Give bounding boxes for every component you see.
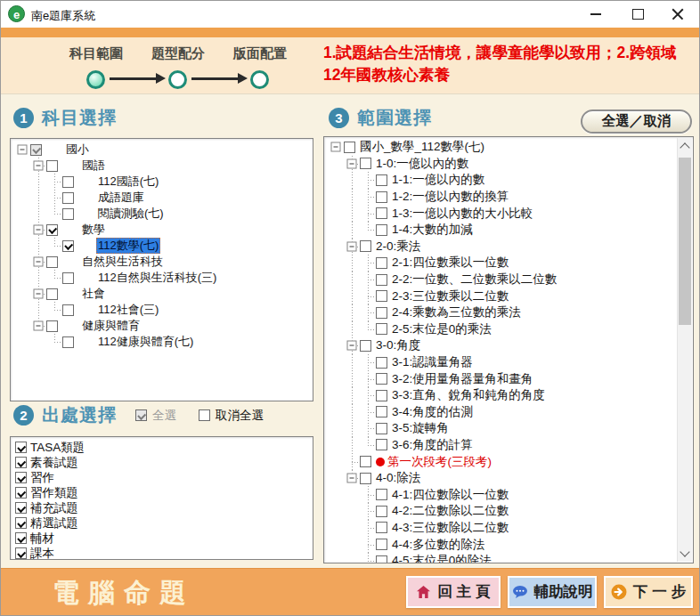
tree-item-label[interactable]: 3-4:角度的估測 [392, 404, 473, 420]
next-step-button[interactable]: 下一步 [604, 576, 693, 608]
source-item-label[interactable]: 補充試題 [30, 500, 78, 516]
tree-item-label[interactable]: 社會 [82, 286, 105, 302]
tree-item-label[interactable]: 國語 [82, 158, 105, 174]
tree-item-label[interactable]: 112社會(三) [98, 302, 159, 318]
tree-checkbox[interactable] [376, 406, 387, 417]
tree-checkbox[interactable] [376, 323, 387, 335]
scroll-down-icon[interactable] [680, 547, 689, 556]
tree-checkbox[interactable] [62, 240, 74, 252]
tree-checkbox[interactable] [62, 336, 74, 348]
tree-checkbox[interactable] [376, 539, 387, 550]
tree-checkbox[interactable] [62, 304, 74, 316]
step-circle-2[interactable] [168, 70, 187, 89]
source-item-label[interactable]: 精選試題 [30, 515, 78, 531]
tree-item-label[interactable]: 112健康與體育(七) [98, 334, 193, 350]
tree-item-label[interactable]: 國小 [66, 142, 89, 158]
tree-checkbox[interactable] [62, 192, 74, 204]
tree-checkbox[interactable] [360, 240, 371, 252]
tree-checkbox[interactable] [46, 160, 58, 172]
home-button[interactable]: 回主頁 [406, 576, 501, 608]
tree-checkbox[interactable] [376, 224, 387, 236]
expand-collapse-toggle[interactable] [34, 257, 44, 267]
tree-item-label[interactable]: 112數學(七) [96, 238, 160, 254]
tree-checkbox[interactable] [46, 288, 58, 300]
tree-checkbox[interactable] [62, 176, 74, 188]
expand-collapse-toggle[interactable] [331, 142, 341, 152]
tree-item-label[interactable]: 112國語(七) [98, 174, 159, 190]
source-item-checkbox[interactable] [15, 442, 27, 453]
tree-item-label[interactable]: 4-5:末位是0的除法 [392, 553, 492, 563]
tree-item-label[interactable]: 1-0:一億以內的數 [376, 156, 468, 172]
expand-collapse-toggle[interactable] [347, 241, 357, 251]
source-item-checkbox[interactable] [15, 517, 27, 529]
source-item-label[interactable]: 習作 [30, 470, 54, 486]
tree-checkbox[interactable] [376, 423, 387, 434]
tree-checkbox[interactable] [376, 522, 387, 533]
tree-checkbox[interactable] [376, 191, 387, 203]
tree-checkbox[interactable] [360, 158, 371, 169]
expand-collapse-toggle[interactable] [34, 161, 44, 171]
tree-checkbox[interactable] [376, 290, 387, 302]
tree-item-label[interactable]: 3-3:直角、銳角和鈍角的角度 [392, 387, 545, 403]
tree-item-label[interactable]: 數學 [82, 222, 105, 238]
tree-checkbox[interactable] [360, 340, 371, 352]
tree-item-label[interactable]: 4-0:除法 [376, 470, 420, 486]
tree-checkbox[interactable] [376, 207, 387, 219]
tree-item-label[interactable]: 4-4:多位數的除法 [392, 537, 484, 553]
step-circle-3[interactable] [250, 70, 269, 89]
tree-checkbox[interactable] [46, 224, 58, 236]
deselect-all-checkbox-group[interactable]: 取消全選 [199, 408, 264, 424]
tree-item-label[interactable]: 自然與生活科技 [82, 254, 163, 270]
tree-checkbox[interactable] [62, 272, 74, 284]
expand-collapse-toggle[interactable] [34, 225, 44, 235]
expand-collapse-toggle[interactable] [347, 158, 357, 168]
source-item-checkbox[interactable] [15, 502, 27, 514]
tree-item-label[interactable]: 健康與體育 [82, 318, 140, 334]
tree-checkbox[interactable] [376, 489, 387, 500]
tree-item-label[interactable]: 2-0:乘法 [376, 239, 420, 255]
expand-collapse-toggle[interactable] [34, 321, 44, 331]
tree-checkbox[interactable] [30, 144, 42, 156]
step-circle-1[interactable] [86, 70, 105, 89]
source-item-checkbox[interactable] [15, 547, 27, 559]
source-item-checkbox[interactable] [15, 457, 27, 468]
tree-item-label[interactable]: 2-5:末位是0的乘法 [392, 321, 492, 337]
select-all-toggle-button[interactable]: 全選／取消 [581, 109, 692, 134]
tree-item-label[interactable]: 4-3:三位數除以二位數 [392, 520, 509, 536]
select-all-checkbox-group[interactable]: 全選 [135, 408, 176, 424]
tree-item-label[interactable]: 3-2:使用量角器量角和畫角 [392, 371, 533, 387]
tree-item-label[interactable]: 1-3:一億以內數的大小比較 [392, 206, 533, 222]
tree-item-label[interactable]: 112自然與生活科技(三) [98, 270, 216, 286]
tree-item-label[interactable]: 2-4:乘數為三位數的乘法 [392, 304, 521, 320]
scroll-up-icon[interactable] [680, 142, 689, 152]
close-button[interactable] [658, 1, 697, 28]
tree-item-label[interactable]: 第一次段考(三段考) [387, 454, 492, 470]
tree-checkbox[interactable] [376, 439, 387, 450]
tree-item-label[interactable]: 3-6:角度的計算 [392, 437, 473, 453]
tree-checkbox[interactable] [376, 174, 387, 186]
tree-checkbox[interactable] [376, 274, 387, 286]
tree-checkbox[interactable] [376, 506, 387, 517]
source-item-checkbox[interactable] [15, 472, 27, 483]
tree-checkbox[interactable] [376, 390, 387, 401]
source-item-checkbox[interactable] [15, 532, 27, 544]
minimize-button[interactable] [576, 1, 615, 28]
select-all-checkbox[interactable] [135, 409, 147, 421]
source-item-label[interactable]: 課本 [30, 546, 54, 561]
expand-collapse-toggle[interactable] [347, 341, 357, 351]
expand-collapse-toggle[interactable] [347, 474, 357, 483]
tree-item-label[interactable]: 2-3:三位數乘以二位數 [392, 288, 509, 304]
tree-item-label[interactable]: 2-2:一位數、二位數乘以二位數 [392, 272, 557, 288]
tree-item-label[interactable]: 1-1:一億以內的數 [392, 172, 484, 188]
tree-checkbox[interactable] [376, 357, 387, 369]
source-item-checkbox[interactable] [15, 487, 27, 498]
tree-item-label[interactable]: 4-2:二位數除以二位數 [392, 503, 509, 519]
tree-checkbox[interactable] [376, 373, 387, 385]
tree-item-label[interactable]: 2-1:四位數乘以一位數 [392, 255, 509, 271]
source-item-label[interactable]: TASA類題 [30, 440, 85, 456]
tree-item-label[interactable]: 1-2:一億以內數的換算 [392, 189, 509, 205]
tree-checkbox[interactable] [376, 257, 387, 269]
source-item-label[interactable]: 習作類題 [30, 485, 78, 501]
tree-item-label[interactable]: 國小_數學_112數學(七) [360, 139, 484, 155]
tree-checkbox[interactable] [360, 456, 371, 467]
